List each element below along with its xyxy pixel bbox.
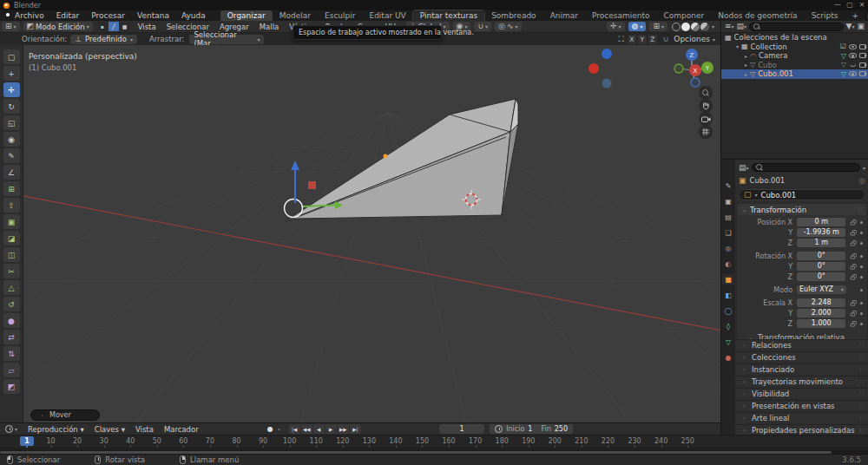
keying-dropdown[interactable]: ▾	[278, 426, 280, 432]
panel-drag-dots[interactable]: ∷	[858, 206, 862, 213]
timeline-menu-reproducci-n[interactable]: Reproducción ▾	[23, 425, 89, 434]
shear-tool[interactable]: ▱	[3, 363, 20, 377]
timeline-menu-vista[interactable]: Vista	[130, 425, 159, 434]
outliner-row-colecciones-de-la-escena[interactable]: ▦Colecciones de la escena	[721, 33, 868, 43]
workspace-tab-animar[interactable]: Animar	[543, 10, 585, 21]
render-properties-tab[interactable]: ▣	[722, 196, 734, 206]
overlays-toggle[interactable]: ◍▾	[628, 22, 647, 31]
move-tool[interactable]: ✛	[3, 82, 20, 97]
eye-icon[interactable]	[849, 71, 857, 76]
menu-archivo[interactable]: Archivo	[9, 10, 50, 21]
workspace-tab-componer[interactable]: Componer	[656, 10, 711, 21]
rendered-shading-button[interactable]	[700, 23, 709, 31]
physics-properties-tab[interactable]: ◯	[722, 305, 734, 316]
scale-tool[interactable]: ◱	[3, 115, 20, 130]
number-field[interactable]: 0 m	[797, 218, 845, 226]
operator-panel[interactable]: ›Mover	[30, 409, 100, 421]
options-dropdown[interactable]: Opciones▾	[674, 35, 715, 43]
number-field[interactable]: 2.000	[797, 309, 845, 318]
outliner-row-camera[interactable]: ▸◠Camera▽	[721, 51, 868, 61]
timeline-ruler[interactable]: 1 10203040506070809010011012013014015016…	[0, 435, 868, 448]
lock-icon[interactable]	[851, 222, 855, 226]
lock-icon[interactable]	[851, 303, 855, 306]
section-arte-lineal[interactable]: ›Arte lineal∷	[735, 412, 868, 422]
lock-icon[interactable]	[851, 243, 855, 246]
cursor-tool[interactable]: +	[3, 66, 20, 81]
tool-properties-tab[interactable]: ✎	[722, 180, 734, 191]
animate-dot-icon[interactable]	[860, 302, 863, 305]
wireframe-shading-button[interactable]	[672, 23, 681, 31]
render-visibility-icon[interactable]	[859, 44, 866, 49]
transform-panel-header[interactable]: ⌄ Transformación ∷	[738, 204, 866, 215]
checkbox-icon[interactable]: ☑	[840, 43, 846, 50]
play-reverse-button[interactable]: ◀	[313, 424, 325, 434]
menu-ventana[interactable]: Ventana	[131, 10, 175, 21]
animate-dot-icon[interactable]	[860, 289, 863, 291]
animate-dot-icon[interactable]	[860, 323, 863, 325]
perspective-toggle-button[interactable]	[699, 125, 713, 139]
jump-to-start-button[interactable]: |◀	[289, 424, 300, 434]
xray-toggle[interactable]: ⊞▾	[649, 22, 667, 31]
pin-icon[interactable]: ◎	[859, 176, 865, 185]
animate-dot-icon[interactable]	[860, 255, 863, 258]
orientation-preset-dropdown[interactable]: ⊥Predefinido▾	[70, 35, 137, 44]
number-field[interactable]: -1.9936 m	[797, 228, 845, 237]
workspace-tab-organizar[interactable]: Organizar	[220, 10, 273, 21]
number-field[interactable]: 1.000	[797, 319, 845, 328]
expand-arrow-icon[interactable]: ▸	[742, 62, 750, 68]
current-frame-field[interactable]: 1	[439, 424, 484, 434]
object-name-field[interactable]: ▢▾ Cubo.001	[739, 189, 865, 200]
smooth-tool[interactable]: ●	[3, 313, 20, 328]
properties-editor-icon[interactable]: ▤▾	[739, 164, 749, 172]
display-mode-icon[interactable]: ▤▾	[737, 23, 747, 30]
bevel-tool[interactable]: ◪	[3, 231, 20, 246]
edge-select-button[interactable]: ╱	[108, 22, 119, 31]
gizmo-plane-handle[interactable]	[308, 181, 316, 189]
playhead[interactable]: 1	[20, 436, 34, 446]
show-gizmos-dropdown[interactable]: ✛▾	[607, 22, 625, 31]
selected-vertex[interactable]	[384, 154, 388, 159]
outliner-row-cubo[interactable]: ▸▽Cubo▽	[721, 61, 868, 70]
section-propiedades-personalizadas[interactable]: ›Propiedades personalizadas∷	[735, 424, 868, 435]
menu-malla[interactable]: Malla	[254, 23, 284, 31]
loop-cut-tool[interactable]: ◫	[3, 247, 20, 262]
minimize-button[interactable]: —	[832, 1, 844, 10]
next-keyframe-button[interactable]: ▶▶	[338, 424, 349, 434]
workspace-tab-modelar[interactable]: Modelar	[273, 10, 318, 21]
collapse-arrow-icon[interactable]: ▾	[733, 43, 741, 49]
shrink-fatten-tool[interactable]: ⇅	[3, 346, 20, 361]
auto-keying-button[interactable]: ●	[265, 424, 276, 434]
frame-range-fields[interactable]: Inicio 1 Fin 250	[490, 424, 573, 434]
knife-tool[interactable]: ✂	[3, 264, 20, 278]
scene-properties-tab[interactable]: ◎	[722, 243, 734, 253]
workspace-tab-esculpir[interactable]: Esculpir	[318, 10, 362, 21]
close-button[interactable]: ✕	[856, 1, 868, 10]
add-workspace-button[interactable]: +	[845, 10, 865, 21]
snapping-dropdown[interactable]: ∪▾	[474, 22, 491, 31]
output-properties-tab[interactable]: ▤	[722, 212, 734, 222]
section-visibilidad[interactable]: ›Visibilidad∷	[735, 388, 868, 398]
nav-axis-neg-y[interactable]	[674, 64, 683, 73]
workspace-tab-nodos-de-geometr-a[interactable]: Nodos de geometría	[711, 10, 804, 21]
animate-dot-icon[interactable]	[860, 221, 863, 224]
zoom-button[interactable]	[699, 86, 713, 100]
render-visibility-icon[interactable]	[859, 71, 866, 76]
annotate-tool[interactable]: ✎	[3, 148, 20, 163]
lock-icon[interactable]	[851, 277, 855, 280]
transform-tool[interactable]: ◉	[3, 132, 20, 147]
maximize-button[interactable]: ▢	[844, 1, 856, 10]
shading-dropdown[interactable]: ▾	[712, 23, 714, 29]
mode-selector[interactable]: ◩Modo Edición▾	[23, 22, 93, 31]
mirror-y-button[interactable]: Y	[638, 35, 647, 44]
animate-dot-icon[interactable]	[860, 312, 863, 315]
constraints-properties-tab[interactable]: ◊	[722, 321, 734, 331]
gizmo-free-handle[interactable]	[285, 200, 303, 218]
spin-tool[interactable]: ↺	[3, 297, 20, 311]
render-visibility-icon[interactable]	[859, 62, 866, 68]
navigation-gizmo[interactable]: Z Y X	[674, 49, 713, 87]
lock-icon[interactable]	[851, 256, 855, 259]
mirror-x-button[interactable]: X	[628, 35, 636, 44]
proportional-editing-button[interactable]: ◎∿▾	[495, 22, 521, 31]
eye-closed-icon[interactable]	[849, 62, 857, 67]
properties-options-dropdown[interactable]: ▾	[863, 165, 865, 171]
